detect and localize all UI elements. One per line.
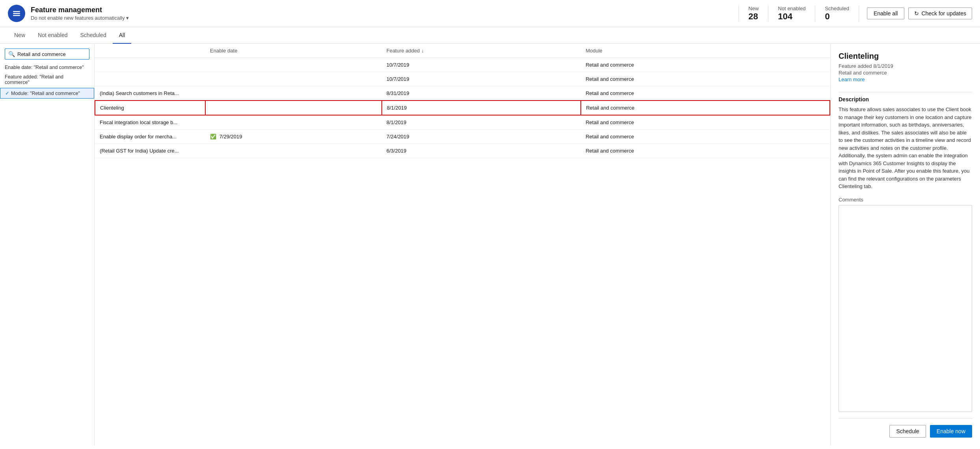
header: Feature management Do not enable new fea… bbox=[0, 0, 980, 27]
suggestion-feature-added[interactable]: Feature added: "Retail and commerce" bbox=[0, 72, 94, 87]
page-title: Feature management bbox=[31, 6, 738, 14]
app-logo bbox=[8, 5, 25, 22]
main-layout: 🔍 Enable date: "Retail and commerce" Fea… bbox=[0, 44, 980, 445]
tab-not-enabled[interactable]: Not enabled bbox=[32, 27, 74, 44]
detail-feature-added: Feature added 8/1/2019 bbox=[839, 63, 972, 69]
table-row[interactable]: 10/7/2019Retail and commerce bbox=[95, 58, 830, 72]
comments-label: Comments bbox=[839, 197, 972, 203]
row-module: Retail and commerce bbox=[581, 144, 830, 158]
col-enable-date[interactable]: Enable date bbox=[205, 44, 382, 58]
svg-rect-0 bbox=[13, 11, 20, 12]
svg-rect-2 bbox=[13, 15, 20, 16]
table-row[interactable]: (India) Search customers in Reta...8/31/… bbox=[95, 86, 830, 101]
detail-description: This feature allows sales associates to … bbox=[839, 106, 972, 190]
right-detail-panel: Clienteling Feature added 8/1/2019 Retai… bbox=[830, 44, 980, 445]
stat-new: New 28 bbox=[738, 6, 768, 22]
table-row[interactable]: (Retail GST for India) Update cre...6/3/… bbox=[95, 144, 830, 158]
row-feature-added: 7/24/2019 bbox=[382, 130, 581, 144]
row-module: Retail and commerce bbox=[581, 58, 830, 72]
row-module: Retail and commerce bbox=[581, 115, 830, 130]
row-enable-date bbox=[205, 86, 382, 101]
row-feature-added: 6/3/2019 bbox=[382, 144, 581, 158]
suggestion-enable-date[interactable]: Enable date: "Retail and commerce" bbox=[0, 63, 94, 72]
refresh-icon: ↻ bbox=[914, 10, 919, 17]
suggestion-module-selected[interactable]: ✓ Module: "Retail and commerce" bbox=[0, 88, 94, 99]
row-enable-date bbox=[205, 144, 382, 158]
checkmark-icon: ✓ bbox=[5, 90, 9, 96]
detail-footer: Schedule Enable now bbox=[839, 418, 972, 445]
sort-icon: ↓ bbox=[421, 48, 424, 54]
search-box[interactable]: 🔍 bbox=[5, 48, 89, 60]
header-stats: New 28 Not enabled 104 Scheduled 0 bbox=[738, 6, 859, 22]
row-module: Retail and commerce bbox=[581, 101, 830, 115]
row-enable-date: ✅ 7/29/2019 bbox=[205, 130, 382, 144]
tab-new[interactable]: New bbox=[8, 27, 32, 44]
stat-scheduled: Scheduled 0 bbox=[815, 6, 859, 22]
row-name: Clienteling bbox=[95, 101, 205, 115]
search-input[interactable] bbox=[17, 51, 86, 57]
enable-now-button[interactable]: Enable now bbox=[930, 425, 972, 438]
feature-table: Enable date Feature added ↓ Module 10/7/… bbox=[95, 44, 830, 158]
row-enable-date bbox=[205, 58, 382, 72]
tabs-bar: New Not enabled Scheduled All bbox=[0, 27, 980, 44]
row-module: Retail and commerce bbox=[581, 130, 830, 144]
content-panel: Enable date Feature added ↓ Module 10/7/… bbox=[95, 44, 830, 445]
row-feature-added: 8/1/2019 bbox=[382, 115, 581, 130]
col-feature-added[interactable]: Feature added ↓ bbox=[382, 44, 581, 58]
row-feature-added: 8/1/2019 bbox=[382, 101, 581, 115]
row-name bbox=[95, 58, 205, 72]
title-block: Feature management Do not enable new fea… bbox=[31, 6, 738, 21]
description-title: Description bbox=[839, 96, 972, 102]
table-row[interactable]: 10/7/2019Retail and commerce bbox=[95, 72, 830, 86]
schedule-button[interactable]: Schedule bbox=[889, 425, 926, 438]
row-feature-added: 10/7/2019 bbox=[382, 58, 581, 72]
table-row[interactable]: Clienteling8/1/2019Retail and commerce bbox=[95, 101, 830, 115]
tab-scheduled[interactable]: Scheduled bbox=[74, 27, 113, 44]
row-name: (India) Search customers in Reta... bbox=[95, 86, 205, 101]
left-panel: 🔍 Enable date: "Retail and commerce" Fea… bbox=[0, 44, 95, 445]
row-enable-date bbox=[205, 115, 382, 130]
row-name: Enable display order for mercha... bbox=[95, 130, 205, 144]
row-enable-date bbox=[205, 101, 382, 115]
page-subtitle: Do not enable new features automatically… bbox=[31, 15, 738, 21]
row-name bbox=[95, 72, 205, 86]
search-icon: 🔍 bbox=[8, 51, 15, 57]
subtitle-dropdown-arrow[interactable]: ▾ bbox=[126, 15, 129, 21]
col-module[interactable]: Module bbox=[581, 44, 830, 58]
comments-textarea[interactable] bbox=[839, 205, 972, 412]
row-module: Retail and commerce bbox=[581, 86, 830, 101]
enabled-check-icon: ✅ bbox=[210, 134, 218, 140]
detail-divider-1 bbox=[839, 92, 972, 92]
tab-all[interactable]: All bbox=[113, 27, 132, 44]
row-feature-added: 8/31/2019 bbox=[382, 86, 581, 101]
table-row[interactable]: Enable display order for mercha...✅ 7/29… bbox=[95, 130, 830, 144]
enable-all-button[interactable]: Enable all bbox=[867, 7, 905, 19]
col-name bbox=[95, 44, 205, 58]
row-name: Fiscal integration local storage b... bbox=[95, 115, 205, 130]
header-actions: Enable all ↻ Check for updates bbox=[867, 7, 972, 19]
svg-rect-1 bbox=[13, 13, 20, 14]
row-name: (Retail GST for India) Update cre... bbox=[95, 144, 205, 158]
table-row[interactable]: Fiscal integration local storage b...8/1… bbox=[95, 115, 830, 130]
row-module: Retail and commerce bbox=[581, 72, 830, 86]
row-feature-added: 10/7/2019 bbox=[382, 72, 581, 86]
stat-not-enabled: Not enabled 104 bbox=[768, 6, 815, 22]
learn-more-link[interactable]: Learn more bbox=[839, 76, 972, 82]
check-updates-button[interactable]: ↻ Check for updates bbox=[908, 7, 972, 19]
row-enable-date bbox=[205, 72, 382, 86]
detail-module: Retail and commerce bbox=[839, 70, 972, 76]
detail-title: Clienteling bbox=[839, 52, 972, 61]
